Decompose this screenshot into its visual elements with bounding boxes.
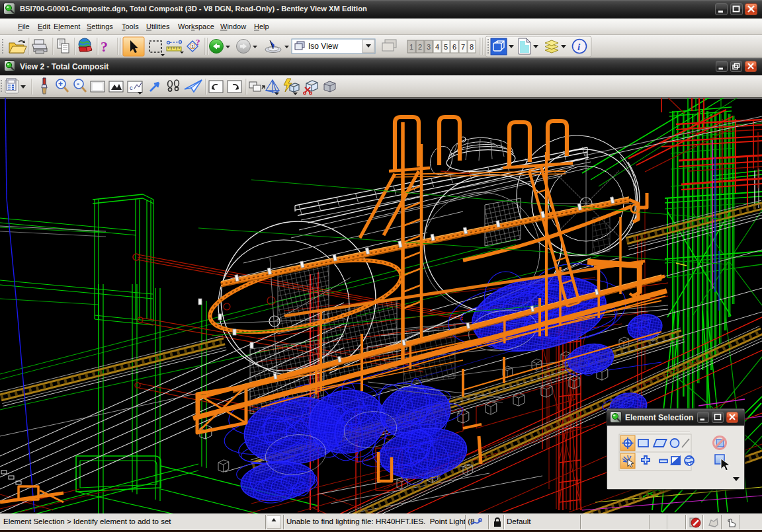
svg-text:1: 1	[409, 43, 413, 51]
svg-text:2: 2	[418, 43, 422, 51]
svg-text:?: ?	[196, 37, 200, 47]
svg-text:8: 8	[470, 43, 474, 51]
svg-text:6: 6	[452, 43, 456, 51]
svg-text:5: 5	[444, 43, 448, 51]
svg-text:Iso View: Iso View	[308, 42, 338, 51]
svg-text:7: 7	[461, 43, 465, 51]
svg-text:?: ?	[101, 38, 108, 55]
svg-text:4: 4	[435, 43, 439, 51]
svg-text:1: 1	[191, 44, 194, 50]
svg-text:+: +	[58, 79, 63, 89]
svg-text:-: -	[77, 79, 79, 89]
svg-text:3: 3	[427, 43, 431, 51]
svg-text:c: c	[130, 85, 133, 91]
